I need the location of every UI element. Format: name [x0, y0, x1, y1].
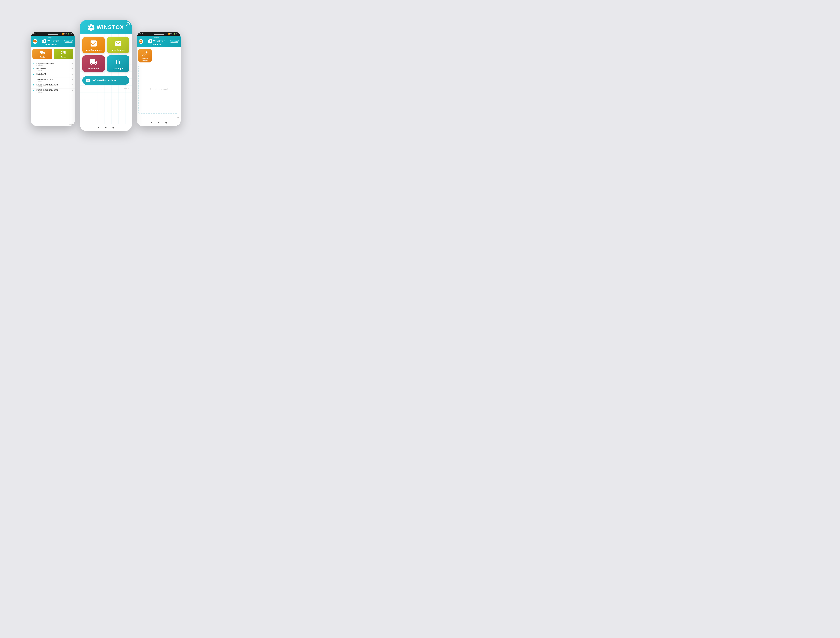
right-close-icon[interactable]: ×: [177, 41, 178, 42]
left-avatar: [33, 39, 38, 44]
nav-square-button[interactable]: ■: [97, 126, 100, 129]
catalogue-label: Catalogue: [113, 67, 123, 70]
right-bottom-nav: ■ ● ◀: [137, 119, 180, 126]
right-time: 12:00: [139, 33, 143, 35]
left-logo-text: WINSTOX: [47, 39, 60, 42]
empty-results-box: Aucun element trouvé: [138, 65, 179, 114]
left-app-header: magasin WINSTOX Mouvements c.mistrulli ×: [31, 36, 75, 47]
left-version: v1.4.1: [31, 123, 75, 126]
menu-grid: Mes Demandes Mes Articles: [80, 33, 132, 75]
right-phone-notch: [154, 33, 164, 35]
left-header-center: magasin WINSTOX Mouvements: [38, 37, 64, 46]
mes-demandes-label: Mes Demandes: [86, 49, 102, 51]
list-item[interactable]: S ECOLE SUZANNE LACORE 4 articles m: [31, 88, 75, 94]
right-user-name: c.mistrulli: [171, 41, 177, 42]
list-item[interactable]: R RUE D'AVIAU 1 article m: [31, 67, 75, 73]
left-user-name: c.mistrulli: [65, 41, 71, 42]
right-version: v1.4.1: [137, 116, 180, 119]
list-item[interactable]: S LYCEE PAPE CLEMENT 3 articles m: [31, 62, 75, 67]
nouveau-controle-label: Nouveau contrôle: [139, 58, 150, 61]
list-item[interactable]: R SEFISO - HESTIGEAC 1 article m: [31, 78, 75, 83]
center-content: Mes Demandes Mes Articles: [80, 33, 132, 124]
right-nav-back-button[interactable]: ◀: [165, 121, 168, 124]
right-nav-home-button[interactable]: ●: [157, 121, 160, 124]
right-user-badge[interactable]: c.mistrulli ×: [170, 40, 179, 43]
right-logo-text: WINSTOX: [153, 39, 165, 42]
left-magasin: magasin: [38, 37, 64, 38]
right-status-icons: 📶 WiFi 🔋65%: [168, 33, 179, 35]
left-logo: WINSTOX: [38, 38, 64, 44]
nav-back-button[interactable]: ◀: [112, 126, 115, 129]
center-logo-text: WINSTOX: [96, 24, 124, 30]
left-phone-notch: [48, 33, 58, 35]
info-article-button[interactable]: Information article: [82, 76, 129, 85]
receptions-button[interactable]: Réceptions: [82, 55, 105, 72]
sortie-label: Sortie: [40, 56, 45, 58]
info-article-label: Information article: [92, 79, 116, 82]
mes-demandes-button[interactable]: Mes Demandes: [82, 37, 105, 54]
left-status-icons: 📶 WiFi 🔋68%: [62, 33, 73, 35]
center-version: v1.0.101: [80, 87, 132, 90]
scene: 11:39 📶 WiFi 🔋68% magasin: [31, 20, 180, 131]
nouveau-controle-button[interactable]: Nouveau contrôle: [138, 49, 152, 62]
center-bottom-nav: ■ ● ◀: [80, 124, 132, 131]
list-item[interactable]: R PAUL LAPIE 1 article m: [31, 73, 75, 78]
mes-articles-label: Mes Articles: [112, 49, 125, 51]
list-item[interactable]: R ECOLE SUZANNE LACORE 3 articles m: [31, 83, 75, 88]
right-magasin: magasin: [143, 37, 170, 38]
retour-button[interactable]: Retour: [54, 49, 73, 59]
left-close-icon[interactable]: ×: [71, 41, 72, 42]
right-title: Contrôles: [143, 44, 170, 46]
left-list: S LYCEE PAPE CLEMENT 3 articles m R RUE …: [31, 61, 75, 123]
right-header-center: magasin WINSTOX Contrôles: [143, 37, 170, 46]
receptions-label: Réceptions: [88, 67, 100, 70]
catalogue-button[interactable]: Catalogue: [107, 55, 129, 72]
left-user-badge[interactable]: c.mistrulli ×: [64, 40, 73, 43]
right-avatar: [139, 39, 143, 44]
nav-home-button[interactable]: ●: [104, 126, 108, 129]
left-phone: 11:39 📶 WiFi 🔋68% magasin: [31, 32, 75, 126]
center-header: WINSTOX ×: [80, 20, 132, 33]
right-app-header: magasin WINSTOX Contrôles c.mistrulli ×: [137, 36, 180, 47]
mes-articles-button[interactable]: Mes Articles: [107, 37, 129, 54]
left-title: Mouvements: [38, 44, 64, 46]
retour-label: Retour: [61, 56, 66, 58]
empty-text: Aucun element trouvé: [150, 88, 168, 90]
center-logo: WINSTOX: [82, 24, 129, 31]
right-phone: 12:00 📶 WiFi 🔋65% magasin: [137, 32, 180, 126]
right-logo: WINSTOX: [143, 38, 170, 44]
sortie-button[interactable]: Sortie: [32, 49, 52, 59]
right-nav-square-button[interactable]: ■: [150, 121, 153, 124]
center-close-button[interactable]: ×: [126, 22, 130, 26]
left-time: 11:39: [33, 33, 37, 35]
right-control-section: Nouveau contrôle Aucun element trouvé: [137, 47, 180, 116]
left-action-buttons: Sortie Retour: [31, 47, 75, 61]
center-phone: WINSTOX × Mes Demandes: [80, 20, 132, 131]
